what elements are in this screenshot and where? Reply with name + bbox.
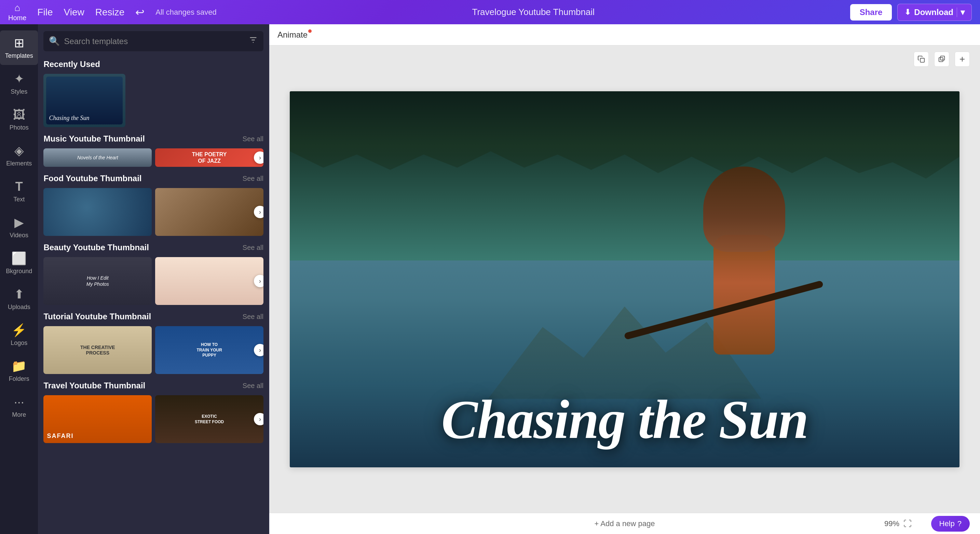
food-header: Food Youtube Thumbnail See all xyxy=(43,174,264,183)
undo-button[interactable]: ↩ xyxy=(135,6,145,19)
berries-thumb xyxy=(43,188,152,236)
folders-icon: 📁 xyxy=(11,359,27,373)
topbar: ⌂ Home File View Resize ↩ All changes sa… xyxy=(0,0,980,24)
travel-header: Travel Youtube Thumbnail See all xyxy=(43,381,264,391)
add-new-page-button[interactable]: + Add a new page xyxy=(595,519,655,528)
sidebar-label-templates: Templates xyxy=(5,52,33,59)
help-question-icon: ? xyxy=(958,519,961,528)
template-card-beauty2[interactable] xyxy=(155,257,264,305)
sidebar-label-background: Bkground xyxy=(6,268,32,275)
share-button[interactable]: Share xyxy=(850,4,892,21)
template-card-puppy[interactable]: HOW TOTRAIN YOURPUPPY xyxy=(155,326,264,374)
sidebar-item-photos[interactable]: 🖼 Photos xyxy=(0,102,38,137)
novels-thumb: Novels of the Heart xyxy=(43,148,152,167)
filter-button[interactable] xyxy=(248,35,258,47)
template-card-novels[interactable]: Novels of the Heart xyxy=(43,148,152,167)
sidebar-item-more[interactable]: ··· More xyxy=(0,389,38,424)
template-card-food2[interactable] xyxy=(155,188,264,236)
beauty-header: Beauty Youtube Thumbnail See all xyxy=(43,243,264,252)
recently-used-header: Recently Used xyxy=(43,59,264,69)
sidebar-label-videos: Videos xyxy=(10,232,29,239)
elements-icon: ◈ xyxy=(14,143,24,158)
home-icon: ⌂ xyxy=(14,2,20,13)
sidebar-label-text: Text xyxy=(13,196,25,203)
tutorial-scroll-right[interactable]: › xyxy=(254,344,264,356)
styles-icon: ✦ xyxy=(14,72,24,86)
safari-thumb: SAFARI xyxy=(43,395,152,443)
svg-rect-3 xyxy=(920,58,924,62)
food-grid: › xyxy=(43,188,264,236)
sidebar-item-folders[interactable]: 📁 Folders xyxy=(0,354,38,388)
save-status: All changes saved xyxy=(156,8,216,17)
sidebar-item-templates[interactable]: ⊞ Templates xyxy=(0,30,38,65)
template-card-chasing-sun[interactable]: Chasing the Sun xyxy=(43,74,126,127)
templates-icon: ⊞ xyxy=(14,36,24,50)
sidebar-label-elements: Elements xyxy=(6,160,32,167)
more-icon: ··· xyxy=(14,395,24,409)
beauty-see-all[interactable]: See all xyxy=(243,244,264,252)
creative-thumb: THE CREATIVEPROCESS xyxy=(43,326,152,374)
help-button[interactable]: Help ? xyxy=(931,516,970,532)
copy-page-button[interactable] xyxy=(934,52,949,67)
fullscreen-button[interactable]: ⛶ xyxy=(904,519,912,529)
sidebar-label-photos: Photos xyxy=(10,124,29,131)
document-title: Travelogue Youtube Thumbnail xyxy=(472,7,595,18)
sidebar-item-text[interactable]: T Text xyxy=(0,174,38,209)
download-button[interactable]: ⬇ Download ▾ xyxy=(897,4,972,21)
beauty2-thumb xyxy=(155,257,264,305)
bottom-bar: + Add a new page 99% ⛶ Help ? xyxy=(269,513,980,534)
resize-menu[interactable]: Resize xyxy=(95,7,125,18)
download-dropdown-arrow[interactable]: ▾ xyxy=(957,8,965,17)
food-see-all[interactable]: See all xyxy=(243,175,264,183)
logos-icon: ⚡ xyxy=(11,323,27,338)
home-button[interactable]: ⌂ Home xyxy=(8,2,26,22)
canvas-area: Animate + xyxy=(269,24,980,534)
download-label: Download xyxy=(914,8,953,17)
sidebar-item-elements[interactable]: ◈ Elements xyxy=(0,138,38,173)
tutorial-title: Tutorial Youtube Thumbnail xyxy=(43,312,151,321)
travel-scroll-right[interactable]: › xyxy=(254,413,264,425)
food2-thumb xyxy=(155,188,264,236)
beauty-scroll-right[interactable]: › xyxy=(254,275,264,287)
sidebar-item-uploads[interactable]: ⬆ Uploads xyxy=(0,282,38,316)
template-card-exotic[interactable]: EXOTICSTREET FOOD xyxy=(155,395,264,443)
template-card-creative[interactable]: THE CREATIVEPROCESS xyxy=(43,326,152,374)
topbar-right: Share ⬇ Download ▾ xyxy=(850,4,972,21)
file-menu[interactable]: File xyxy=(37,7,52,18)
animate-button[interactable]: Animate xyxy=(277,30,307,40)
topbar-center: Travelogue Youtube Thumbnail xyxy=(228,7,839,18)
canvas-background: Chasing the Sun xyxy=(290,91,959,467)
videos-icon: ▶ xyxy=(14,215,24,230)
template-card-poetry[interactable]: THE POETRYOF JAZZ xyxy=(155,148,264,167)
tutorial-header: Tutorial Youtube Thumbnail See all xyxy=(43,312,264,321)
food-scroll-right[interactable]: › xyxy=(254,206,264,218)
sidebar-item-styles[interactable]: ✦ Styles xyxy=(0,66,38,101)
travel-see-all[interactable]: See all xyxy=(243,382,264,390)
icon-sidebar: ⊞ Templates ✦ Styles 🖼 Photos ◈ Elements… xyxy=(0,24,38,534)
uploads-icon: ⬆ xyxy=(14,287,24,301)
view-menu[interactable]: View xyxy=(64,7,84,18)
canvas-page[interactable]: Chasing the Sun xyxy=(290,91,959,467)
search-input[interactable] xyxy=(64,37,244,46)
canvas-controls: + xyxy=(914,52,970,67)
music-see-all[interactable]: See all xyxy=(243,135,264,143)
sidebar-label-more: More xyxy=(12,411,26,418)
sidebar-label-logos: Logos xyxy=(11,340,27,347)
svg-rect-4 xyxy=(940,56,945,60)
duplicate-page-button[interactable] xyxy=(914,52,929,67)
person-kayak xyxy=(621,177,792,382)
home-label: Home xyxy=(8,14,26,22)
chasing-sun-thumb: Chasing the Sun xyxy=(43,74,126,127)
zoom-controls: 99% ⛶ xyxy=(885,519,912,529)
template-card-berries[interactable] xyxy=(43,188,152,236)
template-card-safari[interactable]: SAFARI xyxy=(43,395,152,443)
music-header: Music Youtube Thumbnail See all xyxy=(43,134,264,143)
sidebar-item-logos[interactable]: ⚡ Logos xyxy=(0,317,38,352)
add-page-button[interactable]: + xyxy=(955,52,970,67)
sidebar-item-videos[interactable]: ▶ Videos xyxy=(0,210,38,244)
template-card-beauty1[interactable]: How I EditMy Photos xyxy=(43,257,152,305)
tutorial-see-all[interactable]: See all xyxy=(243,313,264,321)
sidebar-item-background[interactable]: ⬜ Bkground xyxy=(0,246,38,281)
music-scroll-right[interactable]: › xyxy=(254,151,264,164)
main-layout: ⊞ Templates ✦ Styles 🖼 Photos ◈ Elements… xyxy=(0,24,980,534)
